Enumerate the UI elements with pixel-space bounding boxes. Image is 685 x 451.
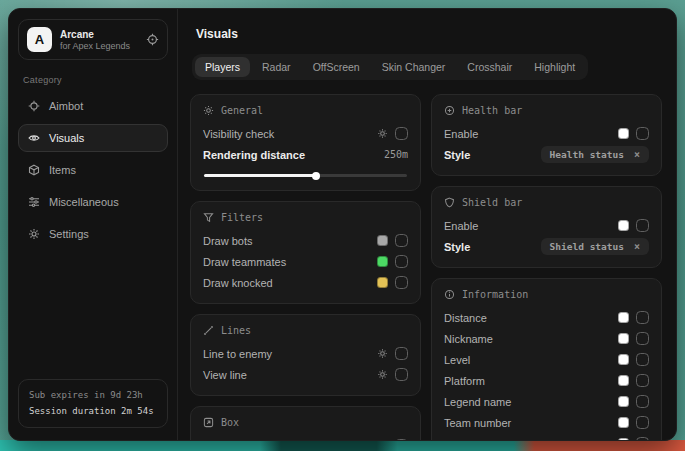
selected-option: Shield status [550,241,624,252]
color-swatch[interactable] [377,277,388,288]
color-swatch[interactable] [618,354,629,365]
visibility-check-row: Visibility check [203,123,408,144]
row-label: Weapon in hands [444,438,529,441]
health-icon [444,105,455,116]
subscription-status: Sub expires in 9d 23h Session duration 2… [18,379,168,428]
row-label: Enable [444,128,478,140]
tab-highlight[interactable]: Highlight [524,57,585,77]
sidebar-item-label: Visuals [49,132,84,144]
section-title: Box [221,417,239,428]
draw-teammates-checkbox[interactable] [395,255,408,268]
tab-offscreen[interactable]: OffScreen [303,57,370,77]
package-icon [28,164,40,176]
lines-card: Lines Line to enemy [190,314,421,396]
level-checkbox[interactable] [636,353,649,366]
nickname-row: Nickname [444,328,649,349]
line-to-enemy-row: Line to enemy [203,343,408,364]
clear-icon[interactable]: × [634,241,640,252]
platform-checkbox[interactable] [636,374,649,387]
tab-players[interactable]: Players [195,57,250,77]
legend-name-checkbox[interactable] [636,395,649,408]
view-line-row: View line [203,364,408,385]
line-icon [203,325,214,336]
draw-bots-checkbox[interactable] [395,234,408,247]
draw-knocked-row: Draw knocked [203,272,408,293]
weapon-in-hands-row: Weapon in hands [444,433,649,440]
section-title: Shield bar [462,197,522,208]
tab-skin-changer[interactable]: Skin Changer [372,57,456,77]
sidebar-nav: Aimbot Visuals Items [18,92,168,248]
lines-header: Lines [203,325,408,336]
box-enable-checkbox[interactable] [395,439,408,440]
sidebar-item-label: Items [49,164,76,176]
line-to-enemy-checkbox[interactable] [395,347,408,360]
background-bottom-strip [0,440,685,451]
sidebar-item-settings[interactable]: Settings [18,220,168,248]
team-number-checkbox[interactable] [636,416,649,429]
section-title: Health bar [462,105,522,116]
health-bar-header: Health bar [444,105,649,116]
health-enable-checkbox[interactable] [636,127,649,140]
row-label: Platform [444,375,485,387]
gear-icon[interactable] [377,369,388,380]
shield-style-row: Style Shield status × [444,236,649,257]
row-label: Draw bots [203,235,253,247]
color-swatch[interactable] [618,417,629,428]
health-style-select[interactable]: Health status × [541,146,649,163]
shield-enable-checkbox[interactable] [636,219,649,232]
rendering-distance-slider[interactable] [204,174,407,177]
visibility-check-checkbox[interactable] [395,127,408,140]
section-title: Lines [221,325,251,336]
view-line-checkbox[interactable] [395,368,408,381]
row-label: Legend name [444,396,511,408]
team-number-row: Team number [444,412,649,433]
gear-icon[interactable] [377,348,388,359]
color-swatch[interactable] [618,128,629,139]
shield-style-select[interactable]: Shield status × [541,238,649,255]
tab-crosshair[interactable]: Crosshair [457,57,522,77]
draw-knocked-checkbox[interactable] [395,276,408,289]
row-label: Distance [444,312,487,324]
left-column: General Visibility check [190,94,421,440]
main-panel: Visuals Players Radar OffScreen Skin Cha… [178,9,676,440]
info-icon [444,289,455,300]
row-label: Draw knocked [203,277,273,289]
box-icon [203,417,214,428]
sidebar-item-miscellaneous[interactable]: Miscellaneous [18,188,168,216]
nickname-checkbox[interactable] [636,332,649,345]
general-header: General [203,105,408,116]
sidebar-item-aimbot[interactable]: Aimbot [18,92,168,120]
color-swatch[interactable] [618,438,629,440]
weapon-in-hands-checkbox[interactable] [636,437,649,440]
row-label: Level [444,354,470,366]
color-swatch[interactable] [618,375,629,386]
target-icon[interactable] [146,33,159,46]
app-title: Arcane [60,29,130,40]
eye-icon [28,132,40,144]
right-column: Health bar Enable Style Health status [431,94,662,440]
app-logo: A [27,27,52,52]
row-label: Style [444,149,470,161]
app-header: A Arcane for Apex Legends [18,19,168,60]
section-title: Filters [221,212,263,223]
tab-radar[interactable]: Radar [252,57,301,77]
health-style-row: Style Health status × [444,144,649,165]
legend-name-row: Legend name [444,391,649,412]
color-swatch[interactable] [618,333,629,344]
box-enable-row: Enable [203,435,408,440]
draw-teammates-row: Draw teammates [203,251,408,272]
gear-icon[interactable] [377,128,388,139]
health-enable-row: Enable [444,123,649,144]
distance-checkbox[interactable] [636,311,649,324]
slider-thumb[interactable] [312,172,320,180]
color-swatch[interactable] [618,396,629,407]
color-swatch[interactable] [618,220,629,231]
color-swatch[interactable] [377,256,388,267]
sidebar-item-items[interactable]: Items [18,156,168,184]
color-swatch[interactable] [618,312,629,323]
row-label: Style [444,241,470,253]
clear-icon[interactable]: × [634,149,640,160]
slider-fill [204,174,316,177]
sidebar-item-visuals[interactable]: Visuals [18,124,168,152]
color-swatch[interactable] [377,235,388,246]
